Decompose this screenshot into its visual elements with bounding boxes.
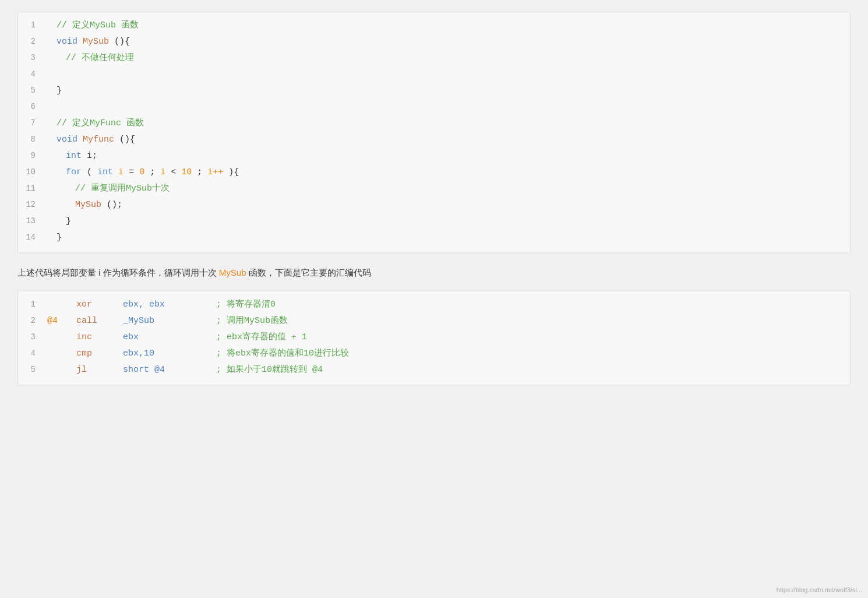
line-num-1: 1	[18, 19, 47, 33]
asm-comment-5: ; 如果小于10就跳转到 @4	[216, 363, 323, 378]
code-line-6: 6	[18, 100, 850, 116]
code-line-5: 5 }	[18, 83, 850, 100]
code-line-4: 4	[18, 67, 850, 83]
var-i-2: i	[118, 167, 124, 177]
line-num-10: 10	[18, 166, 47, 180]
line-num-9: 9	[18, 149, 47, 163]
keyword-int-1: int	[66, 151, 82, 161]
code-line-3: 3 // 不做任何处理	[18, 51, 850, 67]
code-line-9: 9 int i;	[18, 149, 850, 165]
line-content-10: for ( int i = 0 ; i < 10 ; i++ ){	[47, 165, 841, 180]
brace-close-2: }	[66, 216, 71, 226]
lt: <	[171, 167, 181, 177]
line-content-11: // 重复调用MySub十次	[47, 181, 841, 196]
code-block-asm: 1 xor ebx, ebx ; 将寄存器清0 2 @4 call _MySub…	[17, 291, 851, 385]
comment-11: // 重复调用MySub十次	[75, 184, 170, 194]
var-i-3: i	[160, 167, 165, 177]
asm-line-1: 1 xor ebx, ebx ; 将寄存器清0	[18, 297, 850, 314]
line-content-5: }	[47, 83, 841, 99]
page-wrapper: 1 // 定义MySub 函数 2 void MySub (){ 3 // 不做…	[0, 0, 868, 598]
asm-operands-3: ebx	[123, 330, 216, 345]
comment-1: // 定义MySub 函数	[57, 20, 139, 30]
code-line-14: 14 }	[18, 230, 850, 247]
asm-operands-5: short @4	[123, 363, 216, 378]
val-0: 0	[139, 167, 144, 177]
line-content-14: }	[47, 230, 841, 245]
funcname-mysub-call: MySub	[75, 200, 101, 210]
comment-3: // 不做任何处理	[66, 53, 134, 63]
line-content-6	[47, 100, 841, 115]
asm-label-4	[47, 346, 76, 361]
line-num-14: 14	[18, 231, 47, 245]
code-line-7: 7 // 定义MyFunc 函数	[18, 116, 850, 132]
line-content-4	[47, 67, 841, 82]
asm-content-1: xor ebx, ebx ; 将寄存器清0	[47, 297, 841, 312]
watermark: https://blog.csdn.net/wolf3/sl...	[777, 586, 862, 593]
asm-line-3: 3 inc ebx ; ebx寄存器的值 + 1	[18, 330, 850, 346]
asm-label-5	[47, 363, 76, 378]
brace-1: (){	[114, 37, 130, 47]
paren-open: (	[87, 167, 92, 177]
keyword-for: for	[66, 167, 82, 177]
funcname-myfunc: Myfunc	[83, 135, 114, 145]
line-num-12: 12	[18, 198, 47, 212]
keyword-void-2: void	[57, 135, 77, 145]
desc-highlight: MySub	[219, 268, 246, 277]
asm-num-3: 3	[18, 330, 47, 344]
funcname-mysub: MySub	[83, 37, 109, 47]
val-10: 10	[181, 167, 192, 177]
line-num-13: 13	[18, 214, 47, 228]
brace-close-1: }	[57, 86, 62, 96]
asm-operands-4: ebx,10	[123, 346, 216, 361]
line-num-3: 3	[18, 51, 47, 65]
code-line-8: 8 void Myfunc (){	[18, 132, 850, 149]
code-line-13: 13 }	[18, 214, 850, 230]
asm-num-1: 1	[18, 298, 47, 312]
desc-suffix: 函数，下面是它主要的汇编代码	[246, 268, 371, 277]
line-content-9: int i;	[47, 149, 841, 164]
asm-comment-1: ; 将寄存器清0	[216, 297, 276, 312]
asm-comment-4: ; 将ebx寄存器的值和10进行比较	[216, 346, 349, 361]
line-content-7: // 定义MyFunc 函数	[47, 116, 841, 131]
asm-num-4: 4	[18, 347, 47, 361]
asm-content-5: jl short @4 ; 如果小于10就跳转到 @4	[47, 363, 841, 378]
call-parens: ();	[107, 200, 122, 210]
line-content-2: void MySub (){	[47, 34, 841, 50]
brace-3: ){	[228, 167, 239, 177]
keyword-void-1: void	[57, 37, 77, 47]
description-text: 上述代码将局部变量 i 作为循环条件，循环调用十次 MySub 函数，下面是它主…	[17, 265, 851, 280]
line-num-8: 8	[18, 133, 47, 147]
line-content-3: // 不做任何处理	[47, 51, 841, 66]
asm-label-2: @4	[47, 314, 76, 329]
asm-operands-1: ebx, ebx	[123, 297, 216, 312]
asm-num-2: 2	[18, 314, 47, 328]
asm-label-1	[47, 297, 76, 312]
line-num-4: 4	[18, 68, 47, 82]
asm-comment-2: ; 调用MySub函数	[216, 314, 288, 329]
asm-label-3	[47, 330, 76, 345]
asm-content-2: @4 call _MySub ; 调用MySub函数	[47, 314, 841, 329]
line-num-5: 5	[18, 84, 47, 98]
code-block-c: 1 // 定义MySub 函数 2 void MySub (){ 3 // 不做…	[17, 12, 851, 253]
line-num-11: 11	[18, 182, 47, 196]
code-line-2: 2 void MySub (){	[18, 34, 850, 51]
line-content-12: MySub ();	[47, 198, 841, 213]
asm-content-3: inc ebx ; ebx寄存器的值 + 1	[47, 330, 841, 345]
comment-7: // 定义MyFunc 函数	[57, 118, 144, 128]
line-num-6: 6	[18, 100, 47, 114]
asm-line-5: 5 jl short @4 ; 如果小于10就跳转到 @4	[18, 363, 850, 379]
line-num-2: 2	[18, 35, 47, 49]
desc-prefix: 上述代码将局部变量 i 作为循环条件，循环调用十次	[17, 268, 219, 277]
line-content-1: // 定义MySub 函数	[47, 18, 841, 33]
eq: =	[129, 167, 139, 177]
code-line-11: 11 // 重复调用MySub十次	[18, 181, 850, 198]
line-content-13: }	[47, 214, 841, 229]
asm-instr-1: xor	[76, 297, 123, 312]
line-content-8: void Myfunc (){	[47, 132, 841, 147]
brace-2: (){	[119, 135, 135, 145]
asm-line-2: 2 @4 call _MySub ; 调用MySub函数	[18, 314, 850, 330]
asm-line-4: 4 cmp ebx,10 ; 将ebx寄存器的值和10进行比较	[18, 346, 850, 363]
asm-content-4: cmp ebx,10 ; 将ebx寄存器的值和10进行比较	[47, 346, 841, 361]
code-line-10: 10 for ( int i = 0 ; i < 10 ; i++ ){	[18, 165, 850, 181]
var-i: i;	[87, 151, 97, 161]
